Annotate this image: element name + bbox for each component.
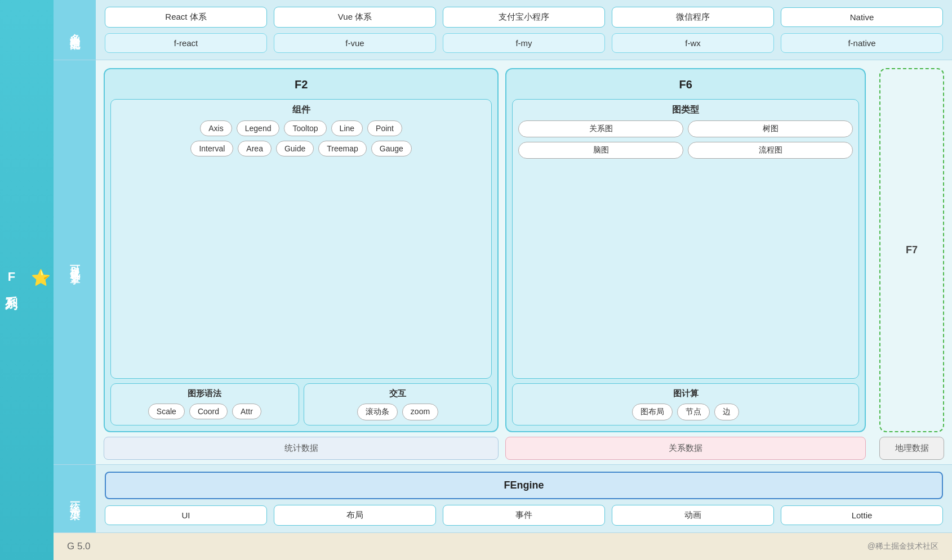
- data-types-row: 统计数据 关系数据 地理数据: [104, 437, 944, 460]
- section-label-visual: 可视化引擎: [54, 60, 96, 464]
- f2-components-title: 组件: [117, 104, 486, 116]
- f2-components-grid: Axis Legend Tooltop Line Point Interval …: [117, 120, 486, 156]
- pill-axis: Axis: [200, 120, 232, 136]
- pill-zoom: zoom: [402, 404, 438, 420]
- pill-treemap: Treemap: [318, 141, 367, 156]
- pill-guide: Guide: [276, 141, 314, 156]
- pill-node: 节点: [677, 404, 710, 420]
- duoduan-item-alipay: 支付宝小程序: [443, 7, 605, 28]
- duoduan-row1: React 体系 Vue 体系 支付宝小程序 微信程序 Native: [105, 7, 943, 28]
- pill-attr: Attr: [232, 404, 261, 419]
- section-label-duoduan: 多端适配: [54, 0, 96, 60]
- sidebar-label: F系列: [3, 270, 20, 290]
- f2-box: F2 组件 Axis Legend Tooltop Line Point: [104, 68, 499, 432]
- render-content: FEngine UI 布局 事件 动画 Lottie: [96, 465, 952, 532]
- visual-content: F2 组件 Axis Legend Tooltop Line Point: [96, 60, 952, 464]
- interact-pills: 滚动条 zoom: [310, 404, 486, 420]
- pill-tooltop: Tooltop: [284, 120, 326, 136]
- f2-title: F2: [110, 75, 492, 95]
- duoduan-item-fvue: f-vue: [274, 33, 436, 53]
- duoduan-item-freact: f-react: [105, 33, 267, 53]
- engines-row: F2 组件 Axis Legend Tooltop Line Point: [104, 68, 944, 432]
- f7-title: F7: [906, 244, 918, 256]
- footer-text: G 5.0: [67, 541, 91, 552]
- f2-grammar-box: 图形语法 Scale Coord Attr: [110, 383, 299, 425]
- grammar-pills: Scale Coord Attr: [117, 404, 293, 419]
- interact-title: 交互: [310, 388, 486, 399]
- pill-coord: Coord: [189, 404, 228, 419]
- pill-scroll: 滚动条: [357, 404, 398, 420]
- main-container: ⭐ F系列 多端适配 React 体系 Vue 体系 支付宝小程序 微信程序 N…: [0, 0, 952, 560]
- render-item-event: 事件: [443, 505, 605, 526]
- f2-components: 组件 Axis Legend Tooltop Line Point: [110, 99, 492, 379]
- f6-chart-grid: 关系图 树图 脑图 流程图: [518, 120, 853, 159]
- pill-line: Line: [331, 120, 363, 136]
- content-area: 多端适配 React 体系 Vue 体系 支付宝小程序 微信程序 Native …: [54, 0, 952, 560]
- render-item-layout: 布局: [274, 505, 436, 526]
- f6-charts-box: 图类型 关系图 树图 脑图 流程图: [512, 99, 859, 379]
- pill-relation: 关系图: [518, 120, 683, 137]
- fengine-box: FEngine: [105, 472, 943, 499]
- star-icon: ⭐: [31, 268, 51, 287]
- f6-calc-box: 图计算 图布局 节点 边: [512, 383, 859, 425]
- render-item-lottie: Lottie: [781, 505, 943, 525]
- render-item-anim: 动画: [612, 505, 774, 526]
- section-label-render: 统一渲染: [54, 465, 96, 532]
- pill-area: Area: [238, 141, 272, 156]
- section-footer: G 5.0 @稀土掘金技术社区: [54, 533, 952, 560]
- pill-mind: 脑图: [518, 142, 683, 159]
- grammar-title: 图形语法: [117, 388, 293, 399]
- f6-calc-title: 图计算: [518, 388, 853, 399]
- f6-title: F6: [512, 75, 859, 95]
- left-sidebar: ⭐ F系列: [0, 0, 54, 560]
- f6-box: F6 图类型 关系图 树图 脑图 流程图 图计算: [505, 68, 866, 432]
- duoduan-row2: f-react f-vue f-my f-wx f-native: [105, 33, 943, 53]
- data-box-relational: 关系数据: [505, 437, 866, 460]
- pill-flow: 流程图: [688, 142, 853, 159]
- render-item-ui: UI: [105, 505, 267, 525]
- render-items-row: UI 布局 事件 动画 Lottie: [105, 505, 943, 526]
- duoduan-item-react: React 体系: [105, 7, 267, 28]
- f2-bottom-row: 图形语法 Scale Coord Attr 交互 滚动条: [110, 383, 492, 425]
- duoduan-item-native: Native: [781, 7, 943, 27]
- pill-edge: 边: [714, 404, 739, 420]
- data-box-geo: 地理数据: [879, 437, 944, 460]
- pill-gauge: Gauge: [371, 141, 412, 156]
- pill-interval: Interval: [190, 141, 233, 156]
- pill-legend: Legend: [237, 120, 280, 136]
- duoduan-item-fnative: f-native: [781, 33, 943, 53]
- footer-brand: @稀土掘金技术社区: [868, 541, 938, 552]
- section-duoduan: 多端适配 React 体系 Vue 体系 支付宝小程序 微信程序 Native …: [54, 0, 952, 60]
- components-row1: Axis Legend Tooltop Line Point: [117, 120, 486, 136]
- components-row2: Interval Area Guide Treemap Gauge: [117, 141, 486, 156]
- section-render: 统一渲染 FEngine UI 布局 事件 动画 Lottie: [54, 465, 952, 533]
- duoduan-item-fwx: f-wx: [612, 33, 774, 53]
- f6-calc-pills: 图布局 节点 边: [518, 404, 853, 420]
- duoduan-item-vue: Vue 体系: [274, 7, 436, 28]
- pill-layout: 图布局: [632, 404, 673, 420]
- f6-charttypes-title: 图类型: [518, 104, 853, 116]
- pill-scale: Scale: [148, 404, 185, 419]
- pill-point: Point: [367, 120, 402, 136]
- pill-tree: 树图: [688, 120, 853, 137]
- section-visual: 可视化引擎 F2 组件 Axis Legend Tooltop: [54, 60, 952, 465]
- duoduan-item-wechat: 微信程序: [612, 7, 774, 28]
- f7-box: F7: [879, 68, 944, 432]
- data-box-stat: 统计数据: [104, 437, 499, 460]
- duoduan-item-fmy: f-my: [443, 33, 605, 53]
- duoduan-content: React 体系 Vue 体系 支付宝小程序 微信程序 Native f-rea…: [96, 0, 952, 60]
- f2-interact-box: 交互 滚动条 zoom: [304, 383, 492, 425]
